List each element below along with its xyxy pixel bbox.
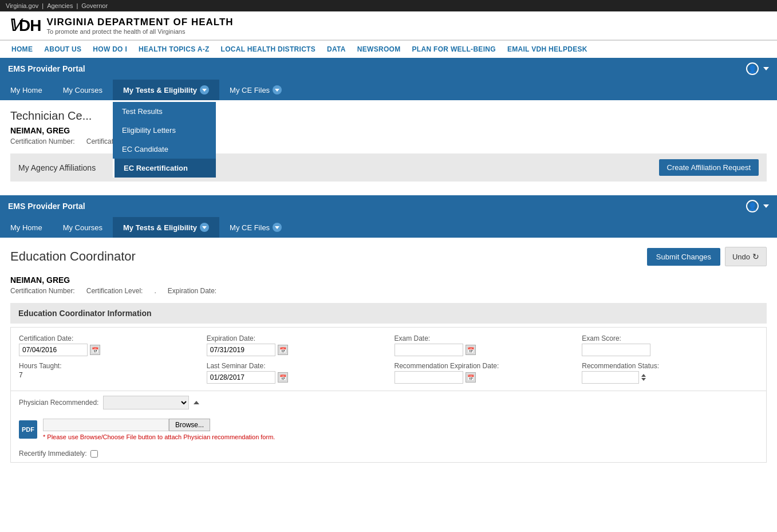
- recertify-label: Recertify Immediately:: [19, 450, 87, 458]
- page-title-row: Education Coordinator Submit Changes Und…: [10, 247, 767, 266]
- portal2-nav-tests[interactable]: My Tests & Eligibility: [113, 217, 219, 238]
- info-section-title: Education Coordinator Information: [18, 309, 152, 318]
- undo-icon: ↻: [752, 252, 759, 261]
- rec-exp-row: 📅: [395, 371, 571, 384]
- physician-label: Physician Recommended:: [19, 399, 98, 407]
- exam-score-field: Exam Score:: [582, 334, 758, 356]
- portal2-section: EMS Provider Portal 👤 My Home My Courses…: [0, 195, 777, 472]
- dropdown-ec-candidate[interactable]: EC Candidate: [113, 140, 216, 159]
- nav-home[interactable]: HOME: [6, 41, 38, 58]
- ec-form-grid: Certification Date: 📅 Expiration Date: 📅…: [10, 327, 767, 391]
- portal1-ce-dropdown-arrow[interactable]: [273, 85, 282, 94]
- vdh-logo-text: 𝕍DH: [8, 16, 41, 35]
- exam-date-label: Exam Date:: [395, 334, 571, 342]
- portal2-nav-home[interactable]: My Home: [0, 217, 53, 238]
- vdh-header: 𝕍DH VIRGINIA DEPARTMENT OF HEALTH To pro…: [0, 11, 777, 40]
- nav-about[interactable]: ABOUT US: [38, 41, 87, 58]
- portal2-title: EMS Provider Portal: [8, 202, 85, 211]
- nav-email[interactable]: EMAIL VDH HELPDESK: [502, 41, 593, 58]
- portal2-tests-dropdown-arrow[interactable]: [200, 223, 209, 232]
- portal2-user-icon[interactable]: 👤: [746, 200, 759, 212]
- nav-data[interactable]: DATA: [321, 41, 352, 58]
- divider2: |: [76, 2, 78, 9]
- portal1-tests-dropdown: Test Results Eligibility Letters EC Cand…: [113, 100, 216, 178]
- last-seminar-calendar-icon[interactable]: 📅: [278, 372, 288, 383]
- vdh-title: VIRGINIA DEPARTMENT OF HEALTH: [46, 17, 233, 28]
- last-seminar-input[interactable]: [207, 371, 275, 384]
- portal2-nav-courses[interactable]: My Courses: [53, 217, 113, 238]
- last-seminar-field: Last Seminar Date: 📅: [207, 362, 383, 384]
- nav-local[interactable]: LOCAL HEALTH DISTRICTS: [215, 41, 321, 58]
- dropdown-test-results[interactable]: Test Results: [113, 102, 216, 121]
- dropdown-elig-letters[interactable]: Eligibility Letters: [113, 121, 216, 140]
- recertify-row: Recertify Immediately:: [10, 445, 767, 463]
- portal1-nav-home[interactable]: My Home: [0, 80, 53, 100]
- cert-date-input[interactable]: [19, 344, 88, 356]
- portal1-chevron-icon[interactable]: [763, 67, 769, 70]
- portal1-header-icons: 👤: [746, 62, 769, 75]
- rec-exp-calendar-icon[interactable]: 📅: [466, 372, 476, 383]
- hours-taught-label: Hours Taught:: [19, 362, 195, 370]
- portal2-nav: My Home My Courses My Tests & Eligibilit…: [0, 217, 777, 238]
- create-affiliation-button[interactable]: Create Affiliation Request: [659, 159, 759, 176]
- browse-button[interactable]: Browse...: [169, 419, 210, 431]
- exam-date-input[interactable]: [395, 344, 463, 356]
- file-input[interactable]: [43, 419, 169, 431]
- portal1-nav-tests-wrapper: My Tests & Eligibility Test Results Elig…: [113, 80, 219, 100]
- exam-date-calendar-icon[interactable]: 📅: [466, 345, 476, 355]
- section2-expiration-label: Expiration Date:: [168, 287, 216, 295]
- section2-cert-number-label: Certification Number:: [10, 287, 75, 295]
- portal2-ce-dropdown-arrow[interactable]: [273, 223, 282, 232]
- portal1-nav-courses[interactable]: My Courses: [53, 80, 113, 100]
- portal2-nav-ce[interactable]: My CE Files: [219, 217, 292, 238]
- rec-exp-input[interactable]: [395, 371, 463, 384]
- rec-status-spinner[interactable]: [641, 374, 646, 381]
- vdh-logo: 𝕍DH VIRGINIA DEPARTMENT OF HEALTH To pro…: [8, 16, 234, 35]
- hours-taught-value: 7: [19, 371, 195, 379]
- physician-select[interactable]: [103, 396, 189, 409]
- undo-button[interactable]: Undo ↻: [725, 247, 767, 266]
- physician-arrow-up-icon: [194, 401, 199, 404]
- portal1-nav: My Home My Courses My Tests & Eligibilit…: [0, 80, 777, 100]
- portal1-nav-tests[interactable]: My Tests & Eligibility: [113, 80, 219, 100]
- last-seminar-row: 📅: [207, 371, 383, 384]
- page-title-actions: Submit Changes Undo ↻: [647, 247, 767, 266]
- exp-date-row: 📅: [207, 344, 383, 356]
- portal2-chevron-icon[interactable]: [763, 204, 769, 208]
- cert-date-calendar-icon[interactable]: 📅: [90, 345, 100, 355]
- cert-date-field: Certification Date: 📅: [19, 334, 195, 356]
- portal1-nav-ce[interactable]: My CE Files: [219, 80, 292, 100]
- file-row: PDF Browse... * Please use Browse/Choose…: [10, 414, 767, 445]
- rec-status-input[interactable]: [582, 371, 639, 384]
- exam-date-field: Exam Date: 📅: [395, 334, 571, 356]
- portal1-user-icon[interactable]: 👤: [746, 62, 759, 75]
- vdh-subtitle: To promote and protect the health of all…: [46, 28, 233, 35]
- nav-howdoi[interactable]: HOW DO I: [87, 41, 133, 58]
- exp-date-label: Expiration Date:: [207, 334, 383, 342]
- cert-number-label: Certification Number:: [10, 137, 75, 145]
- main-nav: HOME ABOUT US HOW DO I HEALTH TOPICS A-Z…: [0, 40, 777, 58]
- top-bar: Virginia.gov | Agencies | Governor: [0, 0, 777, 11]
- page-title: Education Coordinator: [10, 249, 136, 264]
- nav-health[interactable]: HEALTH TOPICS A-Z: [133, 41, 215, 58]
- recertify-checkbox[interactable]: [90, 450, 98, 458]
- divider: |: [42, 2, 44, 9]
- exp-date-input[interactable]: [207, 344, 275, 356]
- dropdown-ec-recert[interactable]: EC Recertification: [113, 159, 216, 178]
- exam-score-input[interactable]: [582, 344, 650, 356]
- portal2-header-icons: 👤: [746, 200, 769, 212]
- portal1-tests-dropdown-arrow[interactable]: [200, 85, 209, 94]
- nav-newsroom[interactable]: NEWSROOM: [352, 41, 407, 58]
- rec-exp-field: Recommendation Expiration Date: 📅: [395, 362, 571, 384]
- site-name[interactable]: Virginia.gov: [6, 2, 38, 9]
- section2-content: Education Coordinator Submit Changes Und…: [0, 238, 777, 472]
- agencies-link[interactable]: Agencies: [47, 2, 73, 9]
- exam-score-label: Exam Score:: [582, 334, 758, 342]
- submit-changes-button[interactable]: Submit Changes: [647, 248, 720, 266]
- last-seminar-label: Last Seminar Date:: [207, 362, 383, 370]
- governor-link[interactable]: Governor: [81, 2, 108, 9]
- nav-plan[interactable]: PLAN FOR WELL-BEING: [407, 41, 502, 58]
- exp-date-calendar-icon[interactable]: 📅: [278, 345, 288, 355]
- file-upload-area: Browse... * Please use Browse/Choose Fil…: [43, 419, 275, 440]
- pdf-icon[interactable]: PDF: [19, 420, 37, 439]
